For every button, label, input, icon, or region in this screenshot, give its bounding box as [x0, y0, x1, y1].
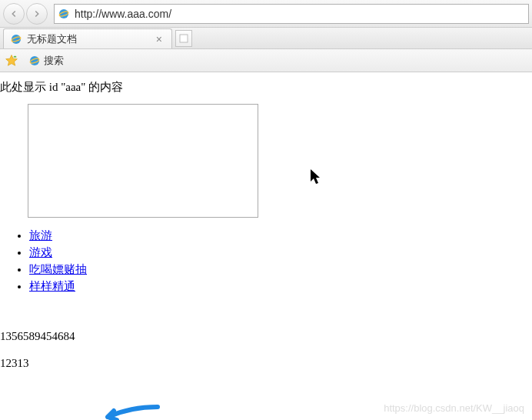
close-icon[interactable]: ×	[153, 33, 165, 45]
link-master[interactable]: 样样精通	[29, 280, 75, 292]
favorites-search-item[interactable]: 搜索	[23, 52, 69, 70]
content-empty-box	[28, 104, 258, 218]
ie-logo-icon	[58, 8, 70, 20]
back-button[interactable]	[3, 3, 25, 25]
tab-active[interactable]: 无标题文档 ×	[3, 28, 172, 48]
content-heading: 此处显示 id "aaa" 的内容	[0, 75, 532, 101]
watermark-text: https://blog.csdn.net/KW__jiaoq	[384, 402, 524, 414]
list-item: 吃喝嫖赌抽	[29, 261, 532, 278]
annotation-arrow-icon	[92, 403, 161, 420]
link-game[interactable]: 游戏	[29, 246, 52, 258]
tab-title: 无标题文档	[27, 32, 77, 46]
favorites-bar: 搜索	[0, 49, 532, 72]
forward-button[interactable]	[26, 3, 48, 25]
list-item: 样样精通	[29, 278, 532, 295]
link-travel[interactable]: 旅游	[29, 229, 52, 242]
ie-logo-icon	[10, 33, 22, 45]
favorites-star-icon[interactable]	[5, 54, 18, 68]
address-bar[interactable]	[54, 4, 529, 24]
link-list: 旅游 游戏 吃喝嫖赌抽 样样精通	[14, 227, 532, 295]
navigation-bar	[0, 0, 532, 28]
svg-rect-4	[180, 35, 188, 42]
list-item: 游戏	[29, 244, 532, 261]
ie-logo-icon	[28, 55, 41, 67]
text-number-2: 12313	[0, 357, 532, 370]
page-content: 此处显示 id "aaa" 的内容 旅游 游戏 吃喝嫖赌抽 样样精通 13565…	[0, 72, 532, 370]
url-input[interactable]	[75, 8, 525, 20]
favorites-search-label: 搜索	[44, 54, 64, 68]
text-number-1: 1356589454684	[0, 330, 532, 343]
tabs-bar: 无标题文档 ×	[0, 28, 532, 49]
new-tab-button[interactable]	[175, 30, 192, 47]
link-vices[interactable]: 吃喝嫖赌抽	[29, 263, 87, 275]
list-item: 旅游	[29, 227, 532, 244]
